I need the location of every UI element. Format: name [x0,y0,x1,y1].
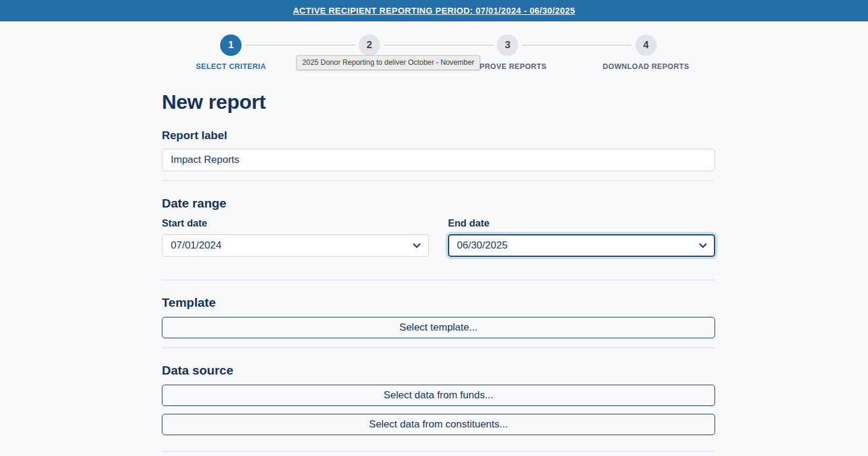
step-1-circle: 1 [220,34,242,56]
report-stepper: 1 SELECT CRITERIA 2 GENERATE REPORTS 3 A… [162,34,715,71]
section-divider [162,279,715,281]
chevron-down-icon [699,243,707,249]
new-report-form: New report Report label Date range Start… [162,90,715,452]
section-divider [162,347,715,348]
section-divider [162,180,715,181]
data-source-heading: Data source [162,363,715,378]
start-date-value: 07/01/2024 [171,240,221,251]
page-title: New report [162,90,715,114]
step-4-label: DOWNLOAD REPORTS [603,62,689,71]
step-4-circle: 4 [635,34,657,56]
end-date-value: 06/30/2025 [457,240,507,251]
step-download-reports[interactable]: 4 DOWNLOAD REPORTS [577,34,716,71]
chevron-down-icon [413,243,421,249]
step-3-circle: 3 [497,34,518,56]
end-date-field: End date 06/30/2025 [448,218,715,257]
active-period-banner: ACTIVE RECIPIENT REPORTING PERIOD: 07/01… [0,0,868,21]
end-date-label: End date [448,218,715,229]
step-3-label: APPROVE REPORTS [469,62,547,71]
active-period-link[interactable]: ACTIVE RECIPIENT REPORTING PERIOD: 07/01… [293,6,575,15]
section-divider [162,451,715,452]
step-select-criteria[interactable]: 1 SELECT CRITERIA [162,34,300,71]
report-label-label: Report label [162,129,715,142]
start-date-label: Start date [162,218,429,229]
select-template-button[interactable]: Select template... [162,317,715,338]
reporting-period-tooltip: 2025 Donor Reporting to deliver October … [296,55,480,70]
step-1-label: SELECT CRITERIA [196,62,266,71]
start-date-select[interactable]: 07/01/2024 [162,234,429,257]
report-label-input[interactable] [162,149,715,171]
select-data-from-constituents-button[interactable]: Select data from constituents... [162,414,715,435]
select-data-from-funds-button[interactable]: Select data from funds... [162,385,715,406]
date-range-heading: Date range [162,196,715,210]
start-date-field: Start date 07/01/2024 [162,218,429,257]
end-date-select[interactable]: 06/30/2025 [448,234,715,257]
template-heading: Template [162,295,715,310]
step-2-circle: 2 [359,34,380,56]
